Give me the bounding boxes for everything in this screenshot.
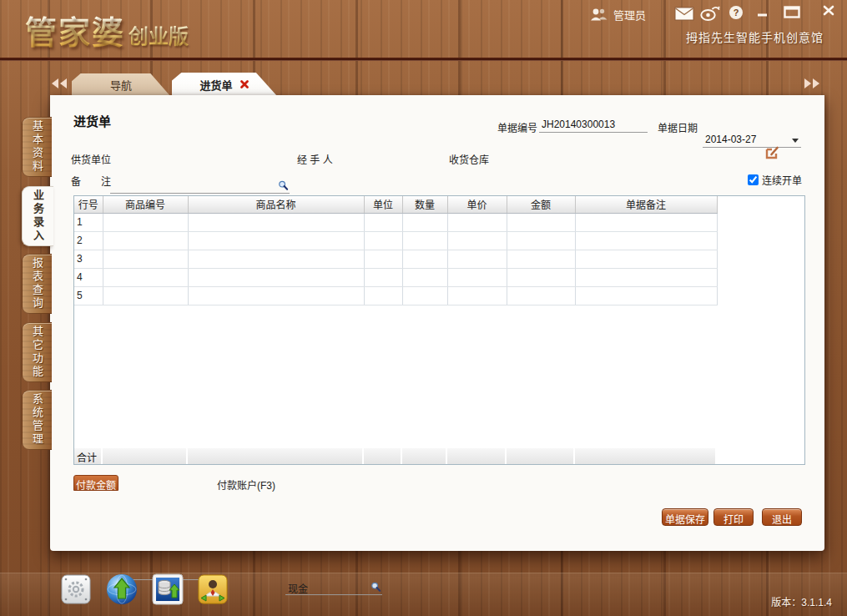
grid-cell[interactable] [364,250,402,268]
table-row: 3 [74,250,717,268]
grid-cell[interactable] [507,213,575,231]
table-row: 1 [74,213,717,231]
grid-cell[interactable] [507,250,575,268]
globe-upload-icon[interactable] [105,573,139,609]
help-icon[interactable]: ? [729,5,744,20]
row-number-cell[interactable]: 1 [74,213,103,231]
edit-note-icon[interactable] [764,145,779,160]
grid-cell[interactable] [364,286,402,305]
maximize-icon[interactable] [783,5,801,19]
grid-cell[interactable] [402,286,447,305]
save-button[interactable]: 单据保存 [662,508,708,526]
payment-amount-button[interactable]: 付款金额 [73,475,118,491]
search-icon[interactable] [278,180,289,191]
scroll-tabs-left-icon[interactable] [50,78,68,89]
col-header-product-name: 商品名称 [188,196,364,213]
page-title: 进货单 [73,112,111,129]
grid-cell[interactable] [103,268,188,286]
sidebar-item-business-entry[interactable]: 业务录入 [22,186,53,246]
grid-cell[interactable] [188,231,364,250]
col-header-amount: 金额 [507,196,575,213]
user-name: 管理员 [613,7,646,23]
handler-label: 经 手 人 [297,152,333,166]
doc-date-field[interactable]: 2014-03-27 [703,133,801,148]
doc-no-label: 单据编号 [497,120,537,134]
grid-cell[interactable] [575,268,717,286]
mail-icon[interactable] [674,7,694,21]
settings-icon[interactable] [60,573,92,608]
svg-text:?: ? [734,8,739,18]
grid-cell[interactable] [507,268,575,286]
print-button[interactable]: 打印 [713,508,754,526]
col-header-line-no: 行号 [74,196,103,213]
grid-header-row: 行号 商品编号 商品名称 单位 数量 单价 金额 单据备注 [74,196,717,213]
tab-close-icon[interactable] [239,79,250,89]
sidebar-item-other-functions[interactable]: 其它功能 [22,322,52,382]
supplier-label: 供货单位 [71,152,111,166]
database-backup-icon[interactable] [152,573,184,608]
continuous-billing-option: 连续开单 [748,173,802,187]
supplier-field[interactable] [110,179,290,194]
row-number-cell[interactable]: 5 [74,286,103,305]
row-number-cell[interactable]: 4 [74,268,103,286]
tab-purchase-order[interactable]: 进货单 [172,73,277,96]
grid-cell[interactable] [103,231,188,250]
grid-cell[interactable] [402,250,447,268]
grid-cell[interactable] [447,231,507,250]
grid-cell[interactable] [364,231,402,250]
minimize-icon[interactable] [755,7,770,18]
grid-cell[interactable] [402,213,447,231]
grid-cell[interactable] [447,213,507,231]
continuous-label: 连续开单 [762,173,802,187]
col-header-quantity: 数量 [402,196,447,213]
sidebar-item-system-management[interactable]: 系统管理 [22,390,52,450]
sidebar-item-basic-data[interactable]: 基本资料 [22,117,52,177]
row-number-cell[interactable]: 2 [74,231,103,250]
weibo-icon[interactable] [699,5,721,21]
grid-cell-selected[interactable] [103,213,188,231]
doc-no-field[interactable]: JH20140300013 [539,118,648,133]
grid-cell[interactable] [575,231,717,250]
purchase-order-panel: 进货单 单据编号 JH20140300013 单据日期 2014-03-27 供… [50,95,824,551]
grid-cell[interactable] [364,213,402,231]
memo-label: 备 注 [71,174,111,188]
scroll-tabs-right-icon[interactable] [803,78,821,89]
grid-cell[interactable] [575,286,717,305]
user-switch-icon[interactable] [197,573,229,608]
grid-cell[interactable] [188,250,364,268]
grid-cell[interactable] [188,268,364,286]
sidebar-item-label: 系统管理 [29,393,45,447]
col-header-product-code: 商品编号 [103,196,188,213]
grid-cell[interactable] [188,286,364,305]
grid-cell[interactable] [447,250,507,268]
grid-cell[interactable] [507,286,575,305]
sidebar-item-report-query[interactable]: 报表查询 [22,254,52,314]
tab-navigation[interactable]: 导航 [72,73,170,96]
doc-date-value: 2014-03-27 [705,134,756,145]
grid-cell[interactable] [103,250,188,268]
total-cell [402,448,447,464]
total-cell [188,448,364,464]
user-icon [589,8,608,22]
grid-cell[interactable] [364,268,402,286]
grid-cell[interactable] [575,250,717,268]
grid-cell[interactable] [402,231,447,250]
grid-cell[interactable] [507,231,575,250]
grid-cell[interactable] [575,213,717,231]
grid-cell[interactable] [103,286,188,305]
logo-sub-text: 创业版 [129,25,189,48]
row-number-cell[interactable]: 3 [74,250,103,268]
continuous-checkbox[interactable] [748,174,759,185]
total-cell [103,448,188,464]
sidebar-item-label: 基本资料 [29,120,45,174]
close-icon[interactable] [822,3,835,17]
logo-main-text: 管家婆 [25,15,125,50]
total-cell [364,448,402,464]
grid-cell[interactable] [447,268,507,286]
grid-cell[interactable] [447,286,507,305]
header-divider [0,58,847,61]
grid-cell[interactable] [402,268,447,286]
exit-button[interactable]: 退出 [762,508,802,526]
chevron-down-icon[interactable] [792,139,799,143]
grid-cell[interactable] [188,213,364,231]
